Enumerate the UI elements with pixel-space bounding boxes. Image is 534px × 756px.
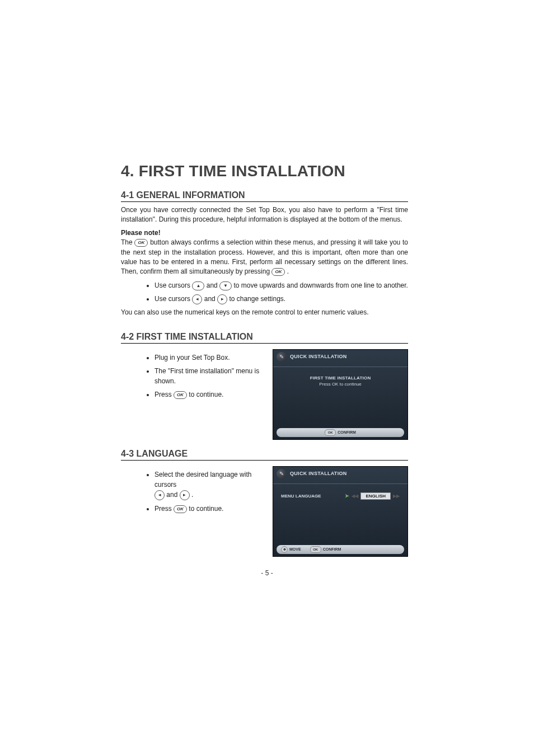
text: and	[204, 295, 217, 303]
list-item: Press OK to continue.	[154, 504, 264, 514]
right-arrow-icon: ▸	[180, 490, 190, 500]
page-title: 4. FIRST TIME INSTALLATION	[121, 162, 408, 180]
ok-button-icon: OK	[271, 268, 285, 276]
menu-language-label: MENU LANGUAGE	[281, 494, 321, 499]
dpad-icon: ✥	[281, 546, 288, 553]
please-note-label: Please note!	[121, 228, 408, 238]
manual-page: 4. FIRST TIME INSTALLATION 4-1 GENERAL I…	[0, 0, 534, 756]
list-item: Select the desired language with cursors…	[154, 469, 264, 500]
left-scroll-icon: ◀◀	[352, 494, 358, 499]
right-arrow-icon: ▸	[217, 294, 227, 304]
text: to move upwards and downwards from one l…	[233, 281, 408, 289]
text: .	[191, 491, 193, 499]
section-4-3-steps: Select the desired language with cursors…	[154, 469, 264, 514]
ok-button-icon: OK	[174, 391, 187, 399]
text: CONFIRM	[323, 547, 341, 551]
text: MOVE	[289, 547, 301, 551]
text: to change settings.	[229, 295, 285, 303]
ok-button-icon: OK	[134, 239, 148, 247]
wizard-icon: ✎	[277, 352, 287, 362]
ok-pill-icon: OK	[310, 546, 321, 553]
numeric-keys-note: You can also use the numerical keys on t…	[121, 308, 408, 317]
text: Press	[154, 505, 174, 513]
selector-marker-icon: ➤	[345, 493, 349, 499]
text: and	[166, 491, 179, 499]
text: .	[287, 267, 289, 275]
section-4-1-heading: 4-1 GENERAL INFORMATION	[121, 190, 408, 202]
section-4-3-heading: 4-3 LANGUAGE	[121, 449, 408, 461]
menu-language-value: ➤ ◀◀ ENGLISH ▶▶	[345, 492, 400, 500]
up-arrow-icon: ▲	[192, 281, 204, 290]
section-4-1-intro: Once you have correctly connected the Se…	[121, 205, 408, 225]
list-item: Use cursors ◂ and ▸ to change settings.	[154, 294, 408, 304]
left-arrow-icon: ◂	[192, 294, 202, 304]
osd-message-line2: Press OK to continue	[273, 382, 407, 387]
right-scroll-icon: ▶▶	[393, 494, 400, 499]
section-4-1-note-body: The OK button always confirms a selectio…	[121, 238, 408, 277]
text: The	[121, 238, 134, 246]
osd-title: QUICK INSTALLATION	[290, 354, 347, 359]
osd-move-hint: ✥ MOVE	[281, 546, 301, 553]
osd-language-screenshot: ✎ QUICK INSTALLATION MENU LANGUAGE ➤ ◀◀ …	[273, 466, 408, 557]
list-item: Press OK to continue.	[154, 389, 264, 400]
text: to continue.	[189, 505, 223, 513]
section-4-2-heading: 4-2 FIRST TIME INSTALLATION	[121, 332, 408, 344]
ok-button-icon: OK	[174, 505, 187, 513]
language-value-text: ENGLISH	[360, 492, 391, 500]
wizard-icon: ✎	[277, 469, 287, 479]
down-arrow-icon: ▼	[219, 281, 232, 290]
ok-pill-icon: OK	[325, 429, 336, 436]
text: Press	[154, 391, 174, 398]
osd-confirm-hint: OK CONFIRM	[325, 429, 356, 436]
list-item: Use cursors ▲ and ▼ to move upwards and …	[154, 280, 408, 290]
text: to continue.	[189, 391, 223, 398]
section-4-2-steps: Plug in your Set Top Box. The "First tim…	[154, 353, 264, 400]
text: Use cursors	[154, 295, 192, 303]
text: CONFIRM	[338, 430, 356, 434]
osd-confirm-hint: OK CONFIRM	[310, 546, 341, 553]
text: Select the desired language with cursors	[154, 471, 251, 489]
list-item: Plug in your Set Top Box.	[154, 353, 264, 363]
osd-first-time-install-screenshot: ✎ QUICK INSTALLATION FIRST TIME INSTALLA…	[273, 349, 408, 440]
osd-title: QUICK INSTALLATION	[290, 471, 347, 476]
left-arrow-icon: ◂	[154, 490, 165, 500]
text: Use cursors	[154, 281, 192, 289]
text: button always confirms a selection withi…	[121, 238, 408, 275]
text: and	[207, 281, 219, 289]
page-number: - 5 -	[0, 569, 534, 577]
cursor-instructions-list: Use cursors ▲ and ▼ to move upwards and …	[154, 280, 408, 304]
osd-message-line1: FIRST TIME INSTALLATION	[273, 375, 407, 381]
list-item: The "First time installation" menu is sh…	[154, 366, 264, 386]
